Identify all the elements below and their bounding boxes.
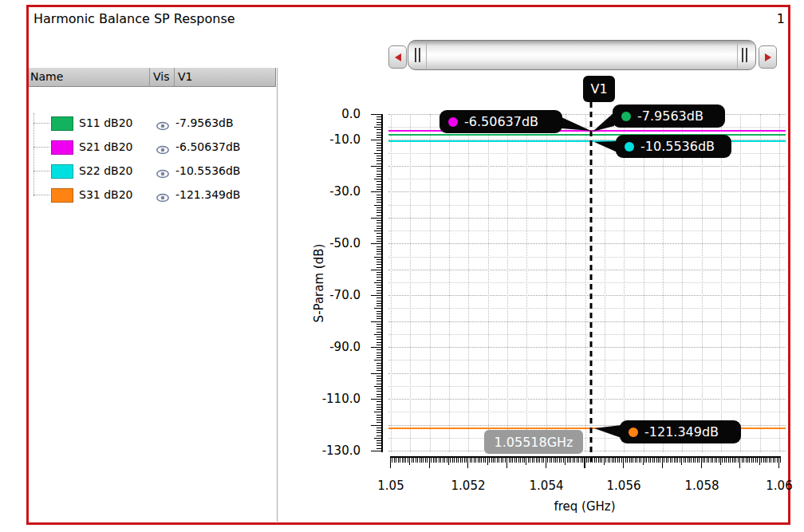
visibility-eye-icon[interactable] <box>156 119 169 128</box>
y-tick-label: -110.0 <box>297 392 361 406</box>
callout-value: -7.9563dB <box>637 108 704 124</box>
column-separator <box>149 68 150 86</box>
scroll-left-button[interactable] <box>388 45 407 69</box>
plot-area[interactable] <box>388 114 786 452</box>
x-tick-label: 1.058 <box>685 479 719 493</box>
column-separator <box>174 68 175 86</box>
x-tick-label: 1.05 <box>377 479 404 493</box>
gridline-v <box>488 114 489 452</box>
plot-title: Harmonic Balance SP Response <box>34 11 235 26</box>
y-tick-label: -30.0 <box>297 184 361 199</box>
gridline-v <box>624 114 625 452</box>
gridline-v <box>468 114 469 452</box>
gridline-h <box>388 347 786 348</box>
y-tick-label: -10.0 <box>297 132 361 147</box>
thumb-resize-grip-right[interactable] <box>742 48 749 62</box>
trace-name[interactable]: S11 dB20 <box>79 116 132 129</box>
marker-callout-s22[interactable]: -10.5536dB <box>616 135 731 158</box>
gridline-v <box>760 114 761 452</box>
y-tick-label: -90.0 <box>297 340 361 354</box>
x-tick-label: 1.052 <box>451 479 486 493</box>
x-axis-label: freq (GHz) <box>505 499 664 514</box>
scrollbar-thumb[interactable] <box>408 40 756 70</box>
legend-header-marker: V1 <box>178 70 192 83</box>
marker-value: -10.5536dB <box>175 164 240 177</box>
y-tick-label: -70.0 <box>297 288 361 302</box>
marker-value: -121.349dB <box>175 188 240 201</box>
gridline-v <box>702 114 703 452</box>
gridline-h <box>388 321 786 322</box>
series-dot-icon <box>625 142 634 152</box>
scroll-right-button[interactable] <box>759 45 777 69</box>
gridline-h <box>388 295 786 296</box>
gridline-v <box>644 114 644 452</box>
gridline-v <box>605 114 605 452</box>
marker-frequency-readout[interactable]: 1.05518GHz <box>484 430 583 454</box>
marker-value: -6.50637dB <box>175 140 240 153</box>
marker-callout-s31[interactable]: -121.349dB <box>620 420 741 443</box>
right-arrow-icon <box>765 53 771 61</box>
gridline-v <box>779 114 780 452</box>
gridline-h <box>388 231 786 231</box>
gridline-v <box>740 114 741 452</box>
legend-table-header: Name Vis V1 <box>29 68 276 87</box>
x-tick-label: 1.06 <box>766 479 792 493</box>
gridline-h <box>388 399 786 400</box>
trace-name[interactable]: S31 dB20 <box>79 188 132 201</box>
legend-header-name: Name <box>30 70 63 83</box>
gridline-h <box>388 412 786 412</box>
left-arrow-icon <box>395 53 401 61</box>
legend-row-s21[interactable]: S21 dB20 -6.50637dB <box>29 136 276 160</box>
gridline-h <box>388 205 786 206</box>
trace-color-swatch <box>51 140 73 155</box>
gridline-v <box>721 114 722 452</box>
gridline-h <box>388 243 786 244</box>
gridline-h <box>388 257 786 258</box>
trace-color-swatch <box>51 188 73 203</box>
trace-name[interactable]: S21 dB20 <box>79 140 132 153</box>
visibility-eye-icon[interactable] <box>156 191 169 200</box>
gridline-h <box>388 179 786 179</box>
series-dot-icon <box>629 428 638 437</box>
visibility-eye-icon[interactable] <box>156 143 169 152</box>
gridline-v <box>507 114 508 452</box>
series-dot-icon <box>621 112 631 121</box>
legend-row-s22[interactable]: S22 dB20 -10.5536dB <box>29 160 276 183</box>
gridline-h <box>388 360 786 361</box>
trace-color-swatch <box>51 116 73 131</box>
marker-value: -7.9563dB <box>175 116 234 129</box>
gridline-h <box>388 191 786 192</box>
gridline-v <box>546 114 547 452</box>
x-tick-label: 1.056 <box>607 479 641 493</box>
thumb-resize-grip-left[interactable] <box>415 48 422 62</box>
gridline-h <box>388 373 786 374</box>
legend-row-s11[interactable]: S11 dB20 -7.9563dB <box>29 112 276 136</box>
trace-name[interactable]: S22 dB20 <box>79 164 132 177</box>
gridline-v <box>663 114 664 452</box>
v1-marker-handle[interactable]: V1 <box>583 76 615 102</box>
y-axis-ruler <box>365 114 383 452</box>
callout-value: -121.349dB <box>644 424 719 439</box>
legend-row-s31[interactable]: S31 dB20 -121.349dB <box>29 183 276 207</box>
gridline-h <box>388 218 786 219</box>
panel-divider <box>277 68 278 522</box>
x-zoom-scrollbar[interactable] <box>388 40 777 70</box>
visibility-eye-icon[interactable] <box>156 167 169 176</box>
gridline-h <box>388 386 786 387</box>
gridline-v <box>391 114 392 452</box>
gridline-h <box>388 270 786 270</box>
legend-header-vis: Vis <box>153 70 169 83</box>
marker-callout-s11[interactable]: -7.9563dB <box>613 104 725 128</box>
viewer-canvas: { "window": { "title": "Harmonic Balance… <box>0 0 804 532</box>
tree-stub <box>34 123 49 124</box>
y-tick-label: -50.0 <box>297 236 361 250</box>
callout-value: -6.50637dB <box>464 114 538 129</box>
subwindow-number: 1 <box>766 11 785 26</box>
gridline-v <box>585 114 586 452</box>
y-tick-label: -130.0 <box>297 443 361 458</box>
gridline-h <box>388 308 786 309</box>
marker-callout-s21[interactable]: -6.50637dB <box>439 110 562 133</box>
x-axis-ruler <box>390 456 781 471</box>
gridline-v <box>526 114 527 452</box>
tree-stub <box>34 147 49 148</box>
